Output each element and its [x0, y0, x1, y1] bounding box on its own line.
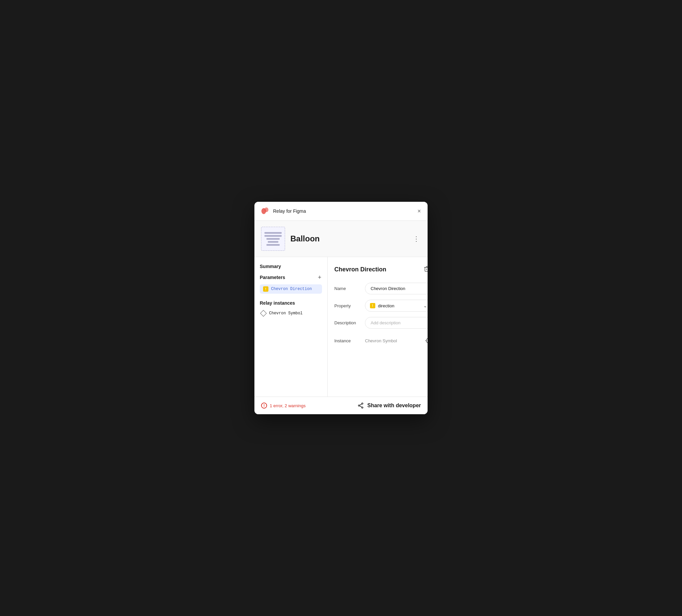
right-panel: Chevron Direction Name Property [328, 257, 428, 396]
app-title: Relay for Figma [273, 208, 306, 214]
trash-icon [424, 265, 428, 272]
parameters-header: Parameters + [260, 274, 322, 281]
svg-point-9 [362, 403, 363, 404]
more-options-button[interactable]: ⋮ [412, 234, 421, 244]
share-label: Share with developer [367, 403, 421, 409]
name-label: Name [334, 286, 361, 291]
relay-instances-title: Relay instances [260, 300, 322, 306]
thumb-line-4 [268, 241, 278, 243]
footer: ! 1 error, 2 warnings Share with develop… [254, 397, 428, 414]
delete-button[interactable] [422, 264, 428, 275]
parameters-title: Parameters [260, 275, 285, 280]
chevron-down-icon: ⌄ [423, 303, 427, 308]
error-label: 1 error, 2 warnings [270, 403, 306, 408]
share-icon [357, 402, 364, 409]
instance-label: Instance [334, 338, 361, 343]
thumb-line-3 [267, 238, 280, 240]
thumb-line-2 [265, 235, 282, 237]
target-button[interactable] [425, 337, 428, 344]
property-select-inner: ! direction [370, 303, 394, 308]
svg-line-13 [360, 406, 362, 407]
main-content: Summary Parameters + ! Chevron Direction… [254, 257, 428, 397]
property-label: Property [334, 303, 361, 308]
param-label: Chevron Direction [271, 287, 312, 291]
instance-field-row: Instance Chevron Symbol [334, 334, 428, 347]
description-label: Description [334, 320, 361, 325]
property-select[interactable]: ! direction ⌄ [365, 300, 428, 312]
component-left: Balloon [261, 227, 320, 251]
name-input[interactable] [365, 283, 428, 294]
svg-point-1 [265, 207, 268, 212]
param-item-chevron-direction[interactable]: ! Chevron Direction [260, 284, 322, 294]
name-field-row: Name [334, 283, 428, 294]
relay-logo-icon [260, 206, 270, 216]
share-button[interactable]: Share with developer [357, 402, 421, 409]
warning-icon: ! [263, 287, 268, 292]
close-button[interactable]: × [416, 207, 422, 215]
app-window: Relay for Figma × Balloon ⋮ Summary Para… [254, 202, 428, 414]
property-value: direction [378, 303, 394, 308]
error-status: ! 1 error, 2 warnings [261, 403, 306, 409]
title-bar-left: Relay for Figma [260, 206, 306, 216]
component-header: Balloon ⋮ [254, 221, 428, 257]
add-parameter-button[interactable]: + [317, 274, 322, 281]
property-field-row: Property ! direction ⌄ [334, 300, 428, 312]
thumb-line-5 [267, 244, 280, 246]
right-header: Chevron Direction [334, 264, 428, 275]
property-warning-icon: ! [370, 303, 375, 308]
right-panel-title: Chevron Direction [334, 266, 386, 273]
description-field-row: Description [334, 317, 428, 329]
description-input[interactable] [365, 317, 428, 329]
diamond-icon [260, 310, 267, 317]
svg-point-11 [358, 405, 360, 406]
component-thumbnail [261, 227, 285, 251]
title-bar: Relay for Figma × [254, 202, 428, 221]
thumb-line-1 [265, 232, 282, 234]
left-panel: Summary Parameters + ! Chevron Direction… [254, 257, 328, 396]
svg-point-10 [362, 407, 363, 408]
instance-label: Chevron Symbol [269, 311, 303, 316]
component-name: Balloon [290, 234, 320, 244]
summary-title: Summary [260, 264, 322, 269]
crosshair-icon [425, 337, 428, 344]
error-circle-icon: ! [261, 403, 267, 409]
instance-item-chevron-symbol[interactable]: Chevron Symbol [260, 309, 322, 318]
instance-value-text: Chevron Symbol [365, 338, 397, 343]
svg-line-12 [360, 404, 362, 406]
instance-value-container: Chevron Symbol [365, 334, 428, 347]
svg-rect-2 [425, 267, 428, 271]
